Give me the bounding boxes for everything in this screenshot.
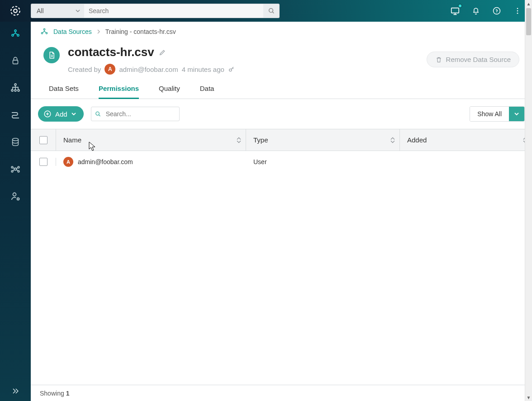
sort-name[interactable] [237,137,241,143]
scroll-up-icon[interactable]: ▲ [525,0,532,7]
creator-name: admin@foobar.com [119,66,178,73]
column-added[interactable]: Added [400,129,532,151]
database-icon [10,137,20,147]
nav-security[interactable] [8,53,23,68]
svg-point-23 [18,166,19,168]
creator-avatar: A [104,64,115,75]
show-filter-dropdown[interactable] [509,107,524,121]
column-name[interactable]: Name [56,129,246,151]
header-actions [450,5,527,16]
svg-point-26 [13,193,16,196]
page-title: contacts-hr.csv [68,45,154,59]
nav-user-settings[interactable] [8,189,23,203]
row-name: admin@foobar.com [78,158,133,165]
svg-point-7 [494,8,500,14]
tabs: Data Sets Permissions Quality Data [31,76,532,99]
tab-permissions[interactable]: Permissions [99,85,139,99]
select-all-checkbox[interactable] [39,136,48,144]
key-icon [228,66,235,73]
jobs-icon[interactable] [450,5,461,16]
file-icon [48,51,56,59]
scroll-thumb[interactable] [526,8,531,35]
help-icon[interactable] [491,5,502,16]
breadcrumb-root[interactable]: Data Sources [53,28,92,35]
nav-storage[interactable] [8,135,23,149]
svg-point-11 [517,13,518,14]
nav-lineage[interactable] [8,80,23,95]
sort-type[interactable] [390,137,395,143]
page-meta: Created by A admin@foobar.com 4 minutes … [68,64,235,75]
svg-point-20 [13,138,19,141]
add-permission-button[interactable]: Add [38,106,84,122]
chevron-down-icon [71,111,76,117]
nav-cluster[interactable] [8,162,23,176]
svg-point-22 [11,166,13,168]
row-select[interactable] [31,158,56,166]
svg-point-18 [14,90,16,91]
table-footer: Showing 1 [31,385,532,401]
sources-icon [40,27,49,36]
chevron-double-right-icon [11,387,20,396]
page-scrollbar[interactable]: ▲ ▼ [525,0,532,401]
notification-dot [458,4,462,8]
notifications-icon[interactable] [470,5,481,16]
tab-data[interactable]: Data [200,85,214,99]
tab-quality[interactable]: Quality [159,85,180,99]
kebab-icon [513,7,522,15]
nav-data-sources[interactable] [8,26,23,41]
nav-flows[interactable] [8,108,23,122]
row-type: User [253,158,267,165]
app-logo[interactable] [0,5,31,17]
column-type-label: Type [253,136,268,144]
sort-up-icon [237,137,241,140]
permissions-table: Name Type Added [31,129,532,173]
svg-rect-4 [451,8,459,13]
sidebar-expand[interactable] [0,387,31,396]
remove-data-source-label: Remove Data Source [446,56,511,63]
more-menu-icon[interactable] [512,5,523,16]
column-name-label: Name [63,136,81,144]
svg-rect-15 [13,60,18,64]
edit-title-button[interactable] [159,49,166,56]
search-scope-label: All [37,7,44,14]
main-content: Data Sources Training - contacts-hr.csv … [31,22,532,401]
table-row[interactable]: A admin@foobar.com User [31,151,532,173]
svg-point-25 [18,170,19,172]
scroll-down-icon[interactable]: ▼ [525,394,532,401]
global-search-input[interactable] [84,4,263,18]
tab-data-sets[interactable]: Data Sets [49,85,79,99]
sort-up-icon [390,137,395,140]
show-filter-label[interactable]: Show All [470,107,509,121]
column-added-label: Added [407,136,427,144]
svg-point-9 [517,8,518,9]
search-scope-dropdown[interactable]: All [31,4,84,18]
svg-point-12 [14,30,16,32]
svg-point-28 [43,28,45,30]
sources-icon [10,28,21,39]
remove-data-source-button[interactable]: Remove Data Source [427,52,519,67]
show-filter: Show All [470,106,525,122]
global-search-button[interactable] [263,4,280,18]
filter-search-input[interactable] [91,107,180,121]
bell-icon [471,6,480,15]
svg-point-8 [496,13,497,13]
row-checkbox[interactable] [39,158,48,166]
logo-icon [10,5,21,17]
svg-point-35 [96,112,100,115]
chevron-right-icon [96,29,101,34]
svg-point-17 [11,90,13,91]
select-all-header[interactable] [31,129,56,151]
svg-point-19 [18,90,19,91]
showing-count: 1 [66,390,70,397]
svg-point-10 [517,10,518,12]
app-header: All [0,0,532,22]
flow-icon [10,109,21,120]
add-permission-label: Add [55,110,67,118]
chevron-down-icon [514,111,519,117]
table-header: Name Type Added [31,129,532,151]
sort-down-icon [390,140,395,143]
lock-icon [10,56,20,66]
owner-key-icon [228,66,235,73]
chevron-down-icon [75,8,81,14]
column-type[interactable]: Type [246,129,400,151]
